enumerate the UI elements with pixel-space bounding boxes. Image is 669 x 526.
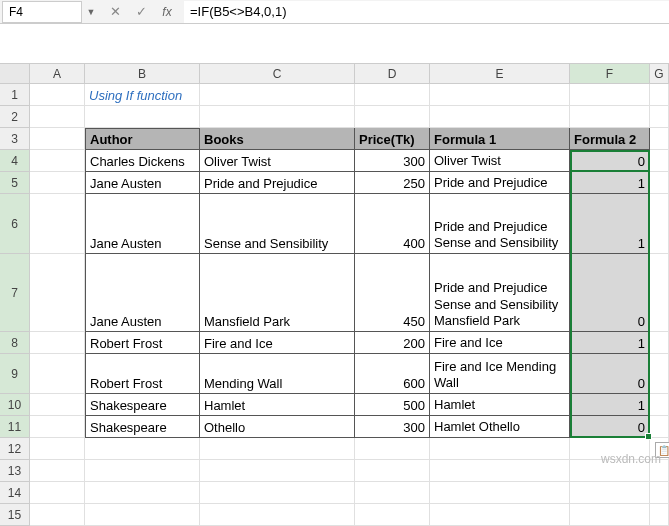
cell[interactable]: [650, 482, 669, 504]
cell[interactable]: [30, 394, 85, 416]
cell[interactable]: [30, 128, 85, 150]
cell[interactable]: [430, 84, 570, 106]
cell-price[interactable]: 250: [355, 172, 430, 194]
col-header-D[interactable]: D: [355, 64, 430, 83]
select-all-corner[interactable]: [0, 64, 30, 83]
cell-author[interactable]: Jane Austen: [85, 172, 200, 194]
cell-author[interactable]: Shakespeare: [85, 416, 200, 438]
cell[interactable]: [30, 504, 85, 526]
cell[interactable]: [355, 482, 430, 504]
row-header-11[interactable]: 11: [0, 416, 30, 438]
cell[interactable]: [650, 254, 669, 332]
cell[interactable]: [355, 106, 430, 128]
cell[interactable]: [430, 438, 570, 460]
cell-f2[interactable]: 1: [570, 172, 650, 194]
cell-f2[interactable]: 1: [570, 332, 650, 354]
cell-f2[interactable]: 0: [570, 416, 650, 438]
cell[interactable]: [30, 332, 85, 354]
cell-f1[interactable]: Pride and Prejudice Sense and Sensibilit…: [430, 254, 570, 332]
cell[interactable]: [200, 482, 355, 504]
cell[interactable]: [200, 504, 355, 526]
cell[interactable]: [650, 172, 669, 194]
cell-book[interactable]: Pride and Prejudice: [200, 172, 355, 194]
cell-author[interactable]: Robert Frost: [85, 354, 200, 394]
th-author[interactable]: Author: [85, 128, 200, 150]
cell[interactable]: [355, 84, 430, 106]
cell[interactable]: [430, 106, 570, 128]
cell[interactable]: [430, 460, 570, 482]
cell[interactable]: [650, 150, 669, 172]
cell[interactable]: [200, 460, 355, 482]
cell-f1[interactable]: Pride and Prejudice Sense and Sensibilit…: [430, 194, 570, 254]
cell-f1[interactable]: Fire and Ice Mending Wall: [430, 354, 570, 394]
cell[interactable]: [30, 416, 85, 438]
col-header-G[interactable]: G: [650, 64, 669, 83]
cell[interactable]: [650, 394, 669, 416]
cell-f2[interactable]: 0: [570, 354, 650, 394]
row-header-9[interactable]: 9: [0, 354, 30, 394]
th-formula1[interactable]: Formula 1: [430, 128, 570, 150]
cell[interactable]: [355, 460, 430, 482]
cell[interactable]: [650, 106, 669, 128]
cell-book[interactable]: Oliver Twist: [200, 150, 355, 172]
col-header-B[interactable]: B: [85, 64, 200, 83]
cell[interactable]: [85, 482, 200, 504]
cell-f2[interactable]: 0: [570, 150, 650, 172]
cell[interactable]: [30, 84, 85, 106]
row-header-8[interactable]: 8: [0, 332, 30, 354]
cell[interactable]: [30, 482, 85, 504]
cell[interactable]: [30, 106, 85, 128]
cell[interactable]: [85, 438, 200, 460]
cell[interactable]: [650, 416, 669, 438]
cell-f1[interactable]: Oliver Twist: [430, 150, 570, 172]
fx-icon[interactable]: fx: [158, 3, 176, 21]
cell[interactable]: [650, 128, 669, 150]
cell-book[interactable]: Mansfield Park: [200, 254, 355, 332]
row-header-1[interactable]: 1: [0, 84, 30, 106]
cell[interactable]: [570, 504, 650, 526]
row-header-10[interactable]: 10: [0, 394, 30, 416]
cell-price[interactable]: 500: [355, 394, 430, 416]
cell[interactable]: [30, 254, 85, 332]
cell-author[interactable]: Jane Austen: [85, 194, 200, 254]
cell[interactable]: [30, 172, 85, 194]
col-header-C[interactable]: C: [200, 64, 355, 83]
col-header-A[interactable]: A: [30, 64, 85, 83]
cell-f1[interactable]: Hamlet: [430, 394, 570, 416]
cell[interactable]: [85, 460, 200, 482]
row-header-5[interactable]: 5: [0, 172, 30, 194]
cell[interactable]: [85, 504, 200, 526]
row-header-7[interactable]: 7: [0, 254, 30, 332]
cell[interactable]: [570, 482, 650, 504]
enter-icon[interactable]: ✓: [132, 3, 150, 21]
col-header-F[interactable]: F: [570, 64, 650, 83]
cell-book[interactable]: Othello: [200, 416, 355, 438]
cell[interactable]: [30, 460, 85, 482]
cell-author[interactable]: Charles Dickens: [85, 150, 200, 172]
cell-price[interactable]: 600: [355, 354, 430, 394]
cell-f1[interactable]: Hamlet Othello: [430, 416, 570, 438]
title-cell[interactable]: Using If function: [85, 84, 200, 106]
cell[interactable]: [355, 438, 430, 460]
formula-input[interactable]: =IF(B5<>B4,0,1): [184, 1, 669, 23]
cells-area[interactable]: Using If function Author: [30, 84, 669, 526]
cell[interactable]: [30, 354, 85, 394]
row-header-3[interactable]: 3: [0, 128, 30, 150]
cell-price[interactable]: 400: [355, 194, 430, 254]
cell-author[interactable]: Jane Austen: [85, 254, 200, 332]
th-books[interactable]: Books: [200, 128, 355, 150]
cell[interactable]: [650, 332, 669, 354]
cell[interactable]: [200, 438, 355, 460]
row-header-13[interactable]: 13: [0, 460, 30, 482]
cell[interactable]: [355, 504, 430, 526]
cancel-icon[interactable]: ✕: [106, 3, 124, 21]
cell[interactable]: [570, 84, 650, 106]
name-box-dropdown[interactable]: ▼: [84, 7, 98, 17]
cell-book[interactable]: Fire and Ice: [200, 332, 355, 354]
cell-f1[interactable]: Fire and Ice: [430, 332, 570, 354]
cell[interactable]: [85, 106, 200, 128]
cell-f2[interactable]: 1: [570, 394, 650, 416]
cell[interactable]: [570, 106, 650, 128]
cell-book[interactable]: Mending Wall: [200, 354, 355, 394]
cell-f1[interactable]: Pride and Prejudice: [430, 172, 570, 194]
